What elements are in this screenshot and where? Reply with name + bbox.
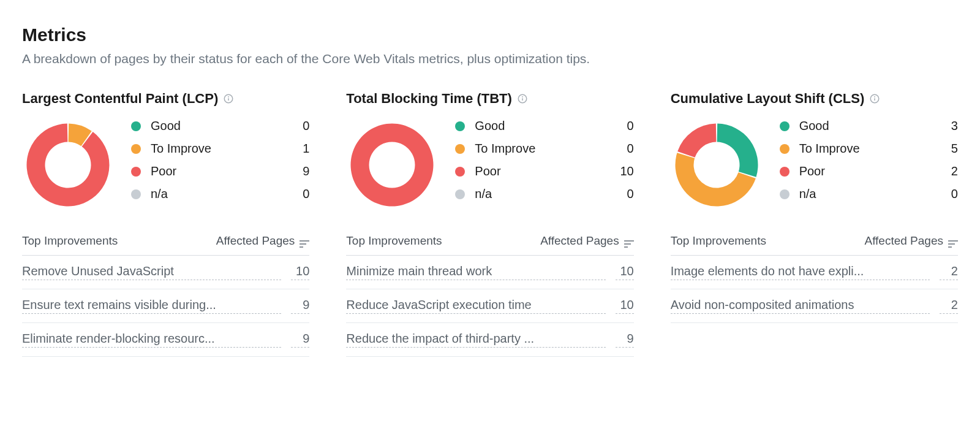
info-icon[interactable] (869, 93, 880, 104)
improvement-count[interactable]: 9 (616, 332, 634, 348)
col-top-improvements[interactable]: Top Improvements (346, 234, 540, 248)
col-top-improvements[interactable]: Top Improvements (22, 234, 216, 248)
legend-value-na: 0 (619, 187, 634, 201)
svg-rect-15 (948, 240, 958, 242)
col-top-improvements[interactable]: Top Improvements (671, 234, 865, 248)
col-affected-pages[interactable]: Affected Pages (540, 234, 634, 248)
improvement-count[interactable]: 10 (616, 264, 634, 280)
improvement-row[interactable]: Avoid non-composited animations2 (671, 289, 958, 323)
metric-title: Total Blocking Time (TBT) (346, 91, 633, 107)
legend-value-na: 0 (295, 187, 309, 201)
metric-card: Total Blocking Time (TBT)Good0To Improve… (346, 91, 633, 357)
svg-rect-17 (948, 246, 952, 248)
col-affected-pages[interactable]: Affected Pages (864, 234, 958, 248)
legend-dot-good (131, 121, 141, 131)
sort-icon[interactable] (948, 237, 958, 245)
svg-rect-5 (300, 246, 303, 248)
improvement-row[interactable]: Remove Unused JavaScript10 (22, 256, 309, 289)
legend: Good3To Improve5Poor2n/a0 (780, 119, 958, 201)
legend-dot-na (455, 189, 465, 199)
improvement-row[interactable]: Image elements do not have expli...2 (671, 256, 958, 289)
legend-dot-improve (131, 144, 141, 154)
legend-dot-poor (455, 167, 465, 177)
legend-value-improve: 0 (619, 142, 634, 156)
metric-title: Largest Contentful Paint (LCP) (22, 91, 309, 107)
svg-rect-10 (624, 243, 631, 245)
donut-chart (671, 119, 763, 211)
improvement-count[interactable]: 10 (291, 264, 309, 280)
metric-card: Largest Contentful Paint (LCP)Good0To Im… (22, 91, 309, 357)
improvement-label[interactable]: Reduce JavaScript execution time (346, 298, 605, 314)
improvement-label[interactable]: Eliminate render-blocking resourc... (22, 332, 281, 348)
legend-label-improve: To Improve (799, 142, 937, 156)
improvement-label[interactable]: Ensure text remains visible during... (22, 298, 281, 314)
legend-dot-improve (780, 144, 790, 154)
improvement-label[interactable]: Minimize main thread work (346, 264, 605, 280)
metric-card: Cumulative Layout Shift (CLS)Good3To Imp… (671, 91, 958, 357)
col-affected-pages[interactable]: Affected Pages (216, 234, 310, 248)
improvement-count[interactable]: 2 (940, 298, 958, 314)
info-icon[interactable] (517, 93, 528, 104)
svg-rect-9 (624, 240, 634, 242)
improvement-row[interactable]: Minimize main thread work10 (346, 256, 633, 289)
metric-chart-row: Good3To Improve5Poor2n/a0 (671, 119, 958, 211)
improvement-label[interactable]: Reduce the impact of third-party ... (346, 332, 605, 348)
legend: Good0To Improve0Poor10n/a0 (455, 119, 633, 201)
col-affected-pages-label: Affected Pages (864, 234, 943, 248)
svg-rect-11 (624, 246, 628, 248)
metric-title-text: Largest Contentful Paint (LCP) (22, 91, 218, 107)
legend-dot-poor (131, 167, 141, 177)
legend-dot-na (780, 189, 790, 199)
legend-value-poor: 10 (619, 164, 634, 178)
svg-rect-3 (300, 240, 309, 242)
improvement-row[interactable]: Eliminate render-blocking resourc...9 (22, 323, 309, 357)
col-affected-pages-label: Affected Pages (216, 234, 295, 248)
sort-icon[interactable] (624, 237, 634, 245)
legend-label-good: Good (799, 119, 937, 133)
svg-point-2 (228, 96, 229, 97)
legend-label-na: n/a (475, 187, 612, 201)
improvements-header: Top ImprovementsAffected Pages (22, 229, 309, 256)
legend-value-poor: 2 (943, 164, 958, 178)
improvement-row[interactable]: Reduce JavaScript execution time10 (346, 289, 633, 323)
legend-label-poor: Poor (475, 164, 612, 178)
page-subtitle: A breakdown of pages by their status for… (22, 51, 958, 66)
svg-rect-4 (300, 243, 306, 245)
legend-label-poor: Poor (799, 164, 937, 178)
metric-title-text: Cumulative Layout Shift (CLS) (671, 91, 865, 107)
svg-point-8 (522, 96, 523, 97)
legend-label-good: Good (475, 119, 612, 133)
legend-dot-good (780, 121, 790, 131)
legend-label-na: n/a (799, 187, 937, 201)
improvement-count[interactable]: 10 (616, 298, 634, 314)
improvements-header: Top ImprovementsAffected Pages (346, 229, 633, 256)
donut-chart (22, 119, 114, 211)
improvement-label[interactable]: Image elements do not have expli... (671, 264, 930, 280)
legend-dot-na (131, 189, 141, 199)
sort-icon[interactable] (300, 237, 309, 245)
improvement-count[interactable]: 9 (291, 298, 309, 314)
legend-value-poor: 9 (295, 164, 309, 178)
legend-label-poor: Poor (151, 164, 288, 178)
svg-rect-16 (948, 243, 955, 245)
info-icon[interactable] (223, 93, 234, 104)
legend-dot-good (455, 121, 465, 131)
legend: Good0To Improve1Poor9n/a0 (131, 119, 309, 201)
improvement-row[interactable]: Ensure text remains visible during...9 (22, 289, 309, 323)
improvement-count[interactable]: 9 (291, 332, 309, 348)
legend-dot-improve (455, 144, 465, 154)
metric-title-text: Total Blocking Time (TBT) (346, 91, 512, 107)
improvement-count[interactable]: 2 (940, 264, 958, 280)
legend-value-good: 0 (295, 119, 309, 133)
svg-point-14 (874, 96, 875, 97)
legend-value-good: 0 (619, 119, 634, 133)
improvement-label[interactable]: Remove Unused JavaScript (22, 264, 281, 280)
metric-chart-row: Good0To Improve0Poor10n/a0 (346, 119, 633, 211)
improvement-label[interactable]: Avoid non-composited animations (671, 298, 930, 314)
legend-label-na: n/a (151, 187, 288, 201)
page-title: Metrics (22, 25, 958, 45)
improvement-row[interactable]: Reduce the impact of third-party ...9 (346, 323, 633, 357)
col-affected-pages-label: Affected Pages (540, 234, 619, 248)
improvements-header: Top ImprovementsAffected Pages (671, 229, 958, 256)
legend-value-na: 0 (943, 187, 958, 201)
